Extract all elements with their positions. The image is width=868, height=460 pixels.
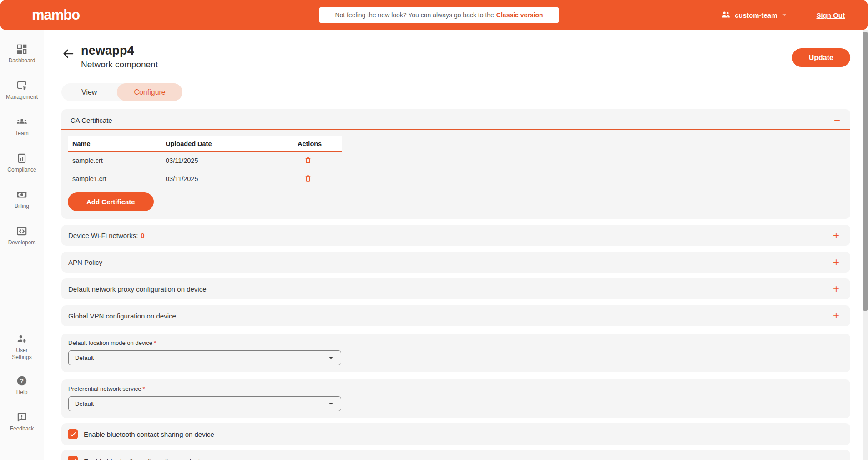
required-marker: * [142,385,145,392]
sidebar-divider [9,286,35,286]
collapse-minus-icon[interactable]: − [834,116,841,124]
select-value: Default [75,400,94,407]
svg-text:?: ? [20,378,24,384]
page-header: newapp4 Network component Update [61,44,850,70]
tab-view[interactable]: View [61,83,117,101]
sidebar-item-management[interactable]: Management [0,72,44,108]
cert-name: sample.crt [68,157,161,164]
checkbox-row-bluetooth-contact-sharing: Enable bluetooth contact sharing on devi… [61,423,850,445]
add-certificate-button[interactable]: Add Certificate [68,192,154,211]
wifi-count-badge: 0 [141,232,144,239]
ca-certificate-section: CA Certificate − Name Uploaded Date Acti… [61,109,850,219]
team-people-icon [720,10,731,20]
select-caret-icon [328,354,334,361]
cert-uploaded-date: 03/11/2025 [161,157,293,164]
expand-plus-icon[interactable]: + [833,285,840,293]
update-button[interactable]: Update [792,48,850,67]
column-header-uploaded-date: Uploaded Date [161,140,293,147]
select-caret-icon [328,400,334,407]
dashboard-icon [16,43,28,55]
preferential-network-service-select[interactable]: Default [68,396,341,411]
user-settings-icon [16,333,28,345]
mambo-logo[interactable]: mambo [32,7,80,23]
default-location-mode-field: Default location mode on device* Default [61,334,850,372]
section-title: CA Certificate [71,116,112,124]
delete-certificate-button[interactable] [304,174,313,183]
checkbox-label: Enable bluetooth contact sharing on devi… [84,430,214,438]
table-row: sample1.crt 03/11/2025 [68,170,342,188]
team-icon [16,116,28,128]
tab-configure[interactable]: Configure [117,83,182,101]
table-row: sample.crt 03/11/2025 [68,152,342,170]
classic-version-link[interactable]: Classic version [496,11,543,19]
accordion-apn-policy[interactable]: APN Policy + [61,252,850,273]
cert-uploaded-date: 03/11/2025 [161,175,293,182]
checkbox-checked-icon[interactable] [68,456,78,460]
topbar-right: custom-team Sign Out [720,10,845,20]
sidebar-item-label: Management [6,94,38,101]
classic-version-notice: Not feeling the new look? You can always… [319,7,559,23]
billing-icon [16,189,28,201]
column-header-actions: Actions [293,140,342,147]
checkbox-row-bluetooth-configuration: Enable bluetooth configuration on device [61,450,850,460]
cert-name: sample1.crt [68,175,161,182]
accordion-label: Default network proxy configuration on d… [68,285,207,293]
delete-certificate-button[interactable] [304,156,313,165]
certificate-table: Name Uploaded Date Actions sample.crt 03… [68,136,342,188]
sidebar-item-compliance[interactable]: Compliance [0,145,44,181]
field-label: Preferential network service* [68,385,843,392]
back-arrow-button[interactable] [61,47,75,61]
section-divider [61,129,850,130]
field-label: Default location mode on device* [68,339,843,346]
topbar: mambo Not feeling the new look? You can … [0,0,868,30]
sidebar-item-label: Billing [15,203,29,210]
sidebar-item-label: Dashboard [9,57,35,64]
feedback-icon [16,411,28,423]
default-location-mode-select[interactable]: Default [68,350,341,365]
checkbox-checked-icon[interactable] [68,429,78,439]
sidebar-item-label: Feedback [10,425,34,432]
sidebar-item-user-settings[interactable]: User Settings [0,326,44,367]
table-header-row: Name Uploaded Date Actions [68,136,342,152]
sidebar-item-label: User Settings [6,347,38,361]
scrollbar-thumb[interactable] [863,32,868,311]
main-content: newapp4 Network component Update View Co… [45,30,863,460]
sidebar-item-label: Compliance [7,167,36,173]
sidebar-item-team[interactable]: Team [0,108,44,145]
accordion-global-vpn[interactable]: Global VPN configuration on device + [61,305,850,326]
sidebar-item-help[interactable]: ? Help [0,367,44,404]
app-window: mambo Not feeling the new look? You can … [0,0,868,460]
sidebar-item-developers[interactable]: Developers [0,217,44,254]
developers-icon [16,225,28,237]
notice-text: Not feeling the new look? You can always… [335,11,494,19]
expand-plus-icon[interactable]: + [833,258,840,266]
page-subtitle: Network component [81,60,158,70]
scrollbar-track[interactable] [863,30,868,460]
checkbox-label: Enable bluetooth configuration on device [84,457,207,460]
team-selector[interactable]: custom-team [720,10,787,20]
titles: newapp4 Network component [81,44,158,70]
sidebar-item-feedback[interactable]: Feedback [0,404,44,440]
tab-bar: View Configure [61,83,182,101]
sidebar-item-billing[interactable]: Billing [0,181,44,217]
page-title: newapp4 [81,44,158,58]
team-name: custom-team [735,11,777,19]
sidebar-item-label: Team [15,130,28,137]
sign-out-link[interactable]: Sign Out [817,11,845,19]
column-header-name: Name [68,140,161,147]
sidebar-item-label: Developers [8,239,36,246]
accordion-label: APN Policy [68,258,102,266]
expand-plus-icon[interactable]: + [833,312,840,320]
help-icon: ? [16,375,28,387]
chevron-down-icon [781,12,787,18]
sidebar-item-label: Help [16,389,28,396]
accordion-default-network-proxy[interactable]: Default network proxy configuration on d… [61,278,850,299]
sidebar: Dashboard Management [0,30,44,460]
expand-plus-icon[interactable]: + [833,231,840,239]
preferential-network-service-field: Preferential network service* Default [61,379,850,418]
compliance-icon [16,152,28,164]
accordion-device-wifi-networks[interactable]: Device Wi-Fi networks: 0 + [61,225,850,246]
ca-certificate-header[interactable]: CA Certificate − [61,109,850,129]
accordion-label: Global VPN configuration on device [68,312,176,320]
sidebar-item-dashboard[interactable]: Dashboard [0,35,44,72]
